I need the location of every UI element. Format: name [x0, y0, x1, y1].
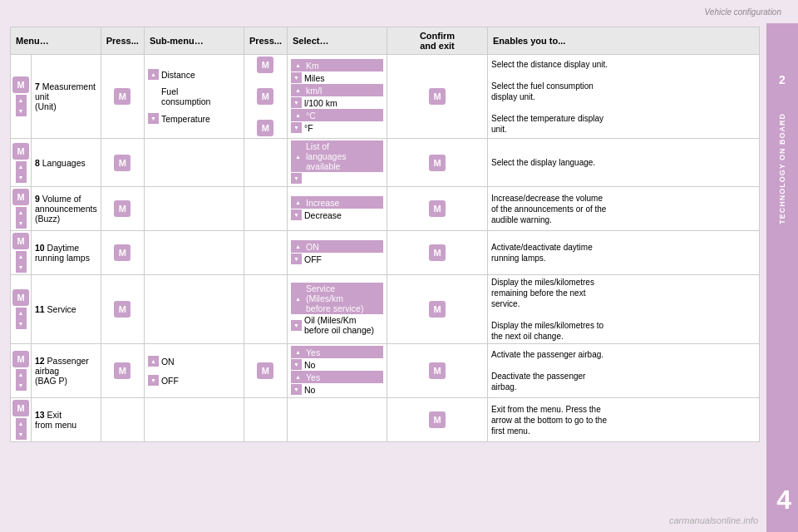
arrow-up-13[interactable] [16, 418, 27, 429]
enables-10: Activate/deactivate daytimerunning lamps… [488, 231, 760, 275]
sel-up-km[interactable] [293, 60, 303, 71]
submenu-8 [144, 139, 244, 187]
arrow-up-11[interactable] [16, 308, 27, 318]
menu-arrows-12: M [11, 344, 32, 398]
m-button-9[interactable]: M [12, 189, 29, 205]
sel-down-l100[interactable] [291, 97, 302, 108]
arrow-down-9[interactable] [16, 218, 27, 229]
sel-up-on[interactable] [293, 241, 303, 252]
arrow-down-11[interactable] [16, 318, 27, 329]
menu-label-8: 8 Languages [32, 139, 101, 187]
select-12: Yes No Yes No [288, 344, 387, 398]
arrow-up-12[interactable] [16, 369, 27, 380]
submenu-arrow-down-7c[interactable] [148, 113, 159, 124]
content-area: Menu… Press... Sub-menu… Press... Select… [0, 23, 798, 532]
sel-up-yes1[interactable] [293, 347, 303, 357]
col-confirm: Confirm and exit [387, 27, 488, 55]
m-button-7-dist[interactable]: M [257, 57, 273, 73]
press-m-7b[interactable]: M M M [244, 55, 287, 139]
enables-13: Exit from the menu. Press thearrow at th… [488, 398, 760, 442]
sel-down-fahrenheit[interactable] [291, 122, 302, 133]
m-button-8[interactable]: M [12, 143, 29, 160]
confirm-10[interactable]: M [387, 231, 488, 275]
menu-arrows-13: M [11, 398, 32, 442]
page-container: Vehicle configuration Menu… Press... Sub… [0, 0, 798, 532]
m-button-7-temp[interactable]: M [257, 120, 273, 136]
chapter-number: 2 [779, 73, 786, 86]
sel-down-lang[interactable] [291, 173, 302, 184]
submenu-arrow-up-12a[interactable] [148, 356, 159, 367]
m-button-11[interactable]: M [12, 289, 29, 306]
table-row: M 10 Daytimerunning lamps M [11, 231, 760, 275]
arrow-down-12[interactable] [16, 380, 27, 391]
arrow-up-8[interactable] [16, 161, 27, 172]
submenu-arrow-up-7a[interactable] [148, 69, 159, 80]
menu-arrows-9: M [11, 187, 32, 231]
sel-up-yes2[interactable] [293, 372, 303, 382]
m-button-13[interactable]: M [12, 400, 29, 416]
watermark: carmanualsonline.info [669, 515, 758, 525]
config-table: Menu… Press... Sub-menu… Press... Select… [10, 27, 760, 442]
press-m-13b [244, 398, 287, 442]
bottom-number: 4 [776, 485, 791, 515]
press-m-7[interactable]: M [101, 55, 144, 139]
table-row: M 7 Measurementunit(Unit) M [11, 55, 760, 139]
press-m-11[interactable]: M [101, 275, 144, 344]
arrow-down-13[interactable] [16, 429, 27, 440]
m-button-10[interactable]: M [12, 233, 29, 249]
m-button-12[interactable]: M [12, 351, 29, 367]
press-m-13 [101, 398, 144, 442]
col-press2: Press... [244, 27, 287, 55]
arrow-up-9[interactable] [16, 207, 27, 218]
submenu-arrow-down-12b[interactable] [148, 375, 159, 386]
top-bar: Vehicle configuration [0, 0, 798, 23]
right-sidebar: 2 TECHNOLOGY ON BOARD 4 [766, 23, 798, 532]
arrow-down-8[interactable] [16, 172, 27, 183]
enables-8: Select the display language. [488, 139, 760, 187]
sel-down-no1[interactable] [291, 359, 302, 370]
m-button-7-fuel[interactable]: M [257, 88, 273, 105]
arrow-down-7[interactable] [16, 106, 27, 116]
menu-arrows-8: M [11, 139, 32, 187]
sel-down-oil[interactable] [291, 320, 302, 331]
submenu-11 [144, 275, 244, 344]
arrow-down-10[interactable] [16, 262, 27, 273]
sel-up-celsius[interactable] [293, 110, 303, 121]
press-m-12[interactable]: M [101, 344, 144, 398]
press-m-9[interactable]: M [101, 187, 144, 231]
confirm-12[interactable]: M [387, 344, 488, 398]
confirm-8[interactable]: M [387, 139, 488, 187]
table-row: M 11 Service M [11, 275, 760, 344]
table-row: M 9 Volume ofannouncements(Buzz) M [11, 187, 760, 231]
sel-up-lang[interactable] [293, 151, 303, 162]
col-menu: Menu… [11, 27, 101, 55]
sel-down-off[interactable] [291, 254, 302, 264]
select-9: Increase Decrease [288, 187, 387, 231]
submenu-10 [144, 231, 244, 275]
confirm-9[interactable]: M [387, 187, 488, 231]
m-button-7[interactable]: M [12, 76, 29, 93]
confirm-7[interactable]: M [387, 55, 488, 139]
arrow-up-10[interactable] [16, 251, 27, 262]
arrow-up-7[interactable] [16, 95, 27, 106]
sel-down-decrease[interactable] [291, 209, 302, 220]
press-m-12b[interactable]: M [244, 344, 287, 398]
sel-up-kml[interactable] [293, 85, 303, 96]
press-m-10[interactable]: M [101, 231, 144, 275]
menu-label-12: 12 Passengerairbag(BAG P) [32, 344, 101, 398]
confirm-13[interactable]: M [387, 398, 488, 442]
confirm-11[interactable]: M [387, 275, 488, 344]
col-press1: Press... [101, 27, 144, 55]
table-row: M 8 Languages M [11, 139, 760, 187]
press-m-9b [244, 187, 287, 231]
menu-label-13: 13 Exitfrom menu [32, 398, 101, 442]
col-submenu: Sub-menu… [144, 27, 244, 55]
sel-down-miles[interactable] [291, 72, 302, 83]
m-button-12-on[interactable]: M [257, 362, 273, 379]
sel-up-increase[interactable] [293, 197, 303, 208]
press-m-8[interactable]: M [101, 139, 144, 187]
menu-label-7: 7 Measurementunit(Unit) [32, 55, 101, 139]
enables-7: Select the distance display unit. Select… [488, 55, 760, 139]
sel-down-no2[interactable] [291, 384, 302, 395]
sel-up-service[interactable] [293, 293, 303, 304]
